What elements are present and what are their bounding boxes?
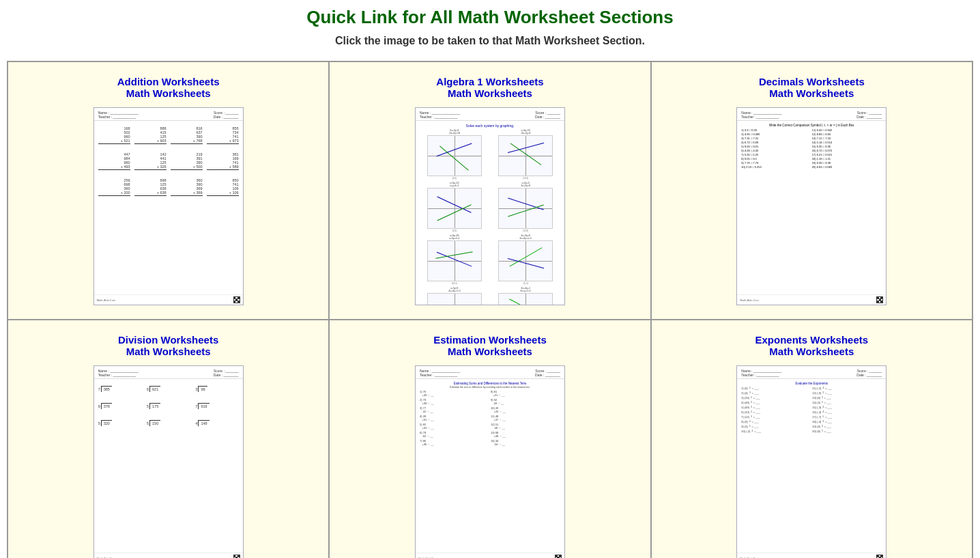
division-cell-title: Division Worksheets Math Worksheets xyxy=(118,334,218,357)
division-preview: Name : _______________Score : _______ Te… xyxy=(93,365,244,558)
page-subtitle: Click the image to be taken to that Math… xyxy=(7,35,973,47)
decimals-preview: Name : _______________Score : _______ Te… xyxy=(736,107,887,305)
estimation-cell-title: Estimation Worksheets Math Worksheets xyxy=(433,334,547,357)
addition-preview: Name : _______________Score : _______ Te… xyxy=(93,107,244,305)
estimation-preview: Name : _______________Score : _______ Te… xyxy=(415,365,565,558)
exponents-cell[interactable]: Exponents Worksheets Math Worksheets Nam… xyxy=(651,320,972,558)
exponents-cell-title: Exponents Worksheets Math Worksheets xyxy=(755,334,869,357)
addition-cell-title: Addition Worksheets Math Worksheets xyxy=(117,76,220,99)
estimation-cell[interactable]: Estimation Worksheets Math Worksheets Na… xyxy=(329,320,650,558)
page-header: Quick Link for All Math Worksheet Sectio… xyxy=(7,7,973,47)
algebra-preview: Name : _______________Score : _______ Te… xyxy=(415,107,565,305)
worksheet-grid: Addition Worksheets Math Worksheets Name… xyxy=(7,61,973,558)
decimals-cell-title: Decimals Worksheets Math Worksheets xyxy=(759,76,865,99)
page-title: Quick Link for All Math Worksheet Sectio… xyxy=(7,7,973,28)
algebra-cell[interactable]: Algebra 1 Worksheets Math Worksheets Nam… xyxy=(329,61,650,320)
decimals-cell[interactable]: Decimals Worksheets Math Worksheets Name… xyxy=(651,61,972,320)
addition-cell[interactable]: Addition Worksheets Math Worksheets Name… xyxy=(8,61,329,320)
division-cell[interactable]: Division Worksheets Math Worksheets Name… xyxy=(8,320,329,558)
exponents-preview: Name : _______________Score : _______ Te… xyxy=(736,365,887,558)
algebra-cell-title: Algebra 1 Worksheets Math Worksheets xyxy=(436,76,543,99)
